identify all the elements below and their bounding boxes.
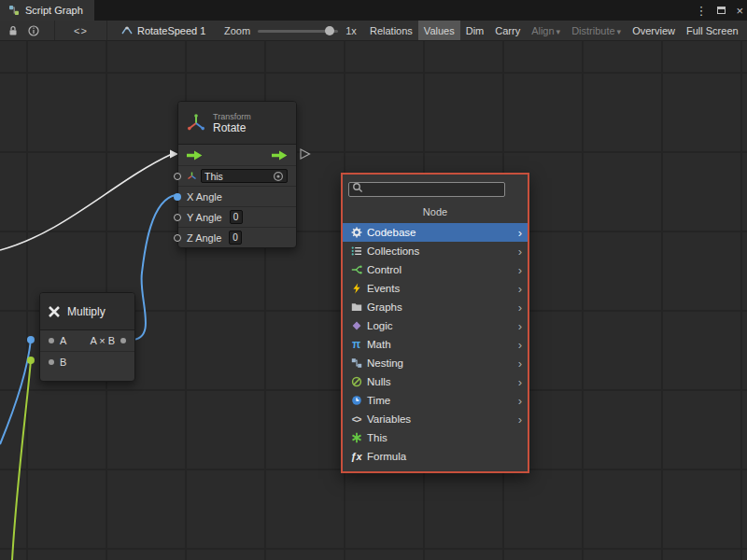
finder-item-codebase[interactable]: Codebase › bbox=[343, 223, 528, 242]
multiply-b-row: B bbox=[40, 351, 134, 371]
finder-item-this[interactable]: This bbox=[343, 428, 528, 447]
unity-visual-scripting-window: Script Graph ⋮ × <> RotateSpeed 1 bbox=[0, 0, 747, 560]
transform-rotate-node-header[interactable]: Transform Rotate bbox=[178, 102, 296, 145]
variables-icon: <> bbox=[350, 413, 362, 426]
a-input-port[interactable] bbox=[49, 338, 54, 343]
y-angle-input-port[interactable] bbox=[174, 214, 181, 221]
node-type-label: Transform bbox=[213, 112, 251, 122]
info-icon[interactable] bbox=[27, 24, 40, 37]
product-output-port[interactable] bbox=[120, 338, 126, 343]
chevron-right-icon: › bbox=[518, 339, 522, 351]
time-icon bbox=[350, 395, 362, 407]
multiply-to-xangle-wire[interactable] bbox=[131, 195, 176, 340]
finder-item-logic[interactable]: Logic › bbox=[343, 316, 528, 335]
graph-reference-label: RotateSpeed 1 bbox=[137, 25, 205, 36]
zoom-slider-knob[interactable] bbox=[325, 26, 334, 35]
graph-asset-icon bbox=[121, 25, 133, 36]
this-port-row: This bbox=[178, 165, 296, 186]
this-input-port[interactable] bbox=[174, 173, 181, 180]
close-icon[interactable]: × bbox=[736, 5, 743, 17]
search-input[interactable] bbox=[348, 182, 505, 197]
zoom-label: Zoom bbox=[224, 25, 250, 36]
this-object-field[interactable]: This bbox=[201, 169, 288, 183]
zoom-slider[interactable] bbox=[258, 30, 338, 33]
chevron-right-icon: › bbox=[518, 283, 522, 295]
logic-icon bbox=[350, 320, 362, 332]
distribute-dropdown[interactable]: Distribute▾ bbox=[566, 21, 627, 41]
chevron-right-icon: › bbox=[518, 413, 522, 426]
chevron-right-icon: › bbox=[518, 395, 522, 407]
codebase-icon bbox=[350, 227, 362, 239]
code-view-button[interactable]: <> bbox=[62, 25, 100, 36]
graphs-icon bbox=[350, 301, 362, 314]
finder-item-events[interactable]: Events › bbox=[343, 279, 528, 298]
finder-item-nulls[interactable]: Nulls › bbox=[343, 372, 528, 391]
script-graph-icon bbox=[7, 4, 21, 17]
transform-icon bbox=[186, 113, 206, 133]
y-angle-label: Y Angle bbox=[187, 212, 222, 223]
graph-breadcrumb[interactable]: RotateSpeed 1 bbox=[121, 21, 205, 41]
relations-button[interactable]: Relations bbox=[364, 21, 418, 41]
flow-indicator-triangle bbox=[301, 149, 310, 159]
z-angle-label: Z Angle bbox=[187, 232, 221, 244]
y-angle-value-field[interactable]: 0 bbox=[230, 210, 243, 224]
fullscreen-button[interactable]: Full Screen bbox=[681, 21, 744, 41]
carry-button[interactable]: Carry bbox=[489, 21, 526, 41]
finder-item-collections[interactable]: Collections › bbox=[343, 242, 528, 260]
control-output-arrow-icon[interactable] bbox=[272, 150, 288, 161]
input-b-port-dot[interactable] bbox=[27, 357, 35, 364]
finder-item-nesting[interactable]: Nesting › bbox=[343, 354, 528, 372]
toolbar-buttons: Relations Values Dim Carry Align▾ Distri… bbox=[364, 21, 744, 41]
window-controls: ⋮ × bbox=[695, 0, 743, 21]
transform-rotate-node[interactable]: Transform Rotate This bbox=[177, 101, 297, 248]
finder-item-formula[interactable]: ƒx Formula bbox=[343, 447, 528, 466]
z-angle-input-port[interactable] bbox=[174, 234, 181, 242]
dim-button[interactable]: Dim bbox=[460, 21, 490, 41]
b-input-port[interactable] bbox=[49, 359, 54, 365]
finder-search bbox=[348, 180, 505, 197]
control-wire[interactable] bbox=[0, 154, 172, 250]
graph-canvas[interactable]: Transform Rotate This bbox=[0, 41, 747, 560]
toolbar-left-group: <> bbox=[0, 21, 114, 41]
finder-item-control[interactable]: Control › bbox=[343, 260, 528, 279]
node-finder-popup: Node Codebase › Collections › bbox=[341, 173, 529, 473]
finder-item-math[interactable]: π Math › bbox=[343, 335, 528, 354]
finder-item-variables[interactable]: <> Variables › bbox=[343, 410, 528, 428]
values-button[interactable]: Values bbox=[418, 21, 460, 41]
multiply-node[interactable]: Multiply A A × B B bbox=[39, 292, 135, 382]
finder-item-time[interactable]: Time › bbox=[343, 391, 528, 410]
dock-window-icon[interactable] bbox=[717, 7, 726, 14]
toolbar-divider bbox=[106, 21, 107, 41]
output-label: A × B bbox=[90, 335, 115, 346]
input-a-port-dot[interactable] bbox=[27, 336, 35, 343]
control-port-row bbox=[178, 145, 296, 165]
kebab-menu-icon[interactable]: ⋮ bbox=[695, 5, 707, 17]
input-a-wire[interactable] bbox=[0, 340, 31, 444]
search-icon bbox=[352, 182, 363, 193]
transform-mini-icon bbox=[187, 171, 197, 181]
zoom-control: Zoom 1x bbox=[224, 21, 357, 41]
nulls-icon bbox=[350, 376, 362, 388]
multiply-node-header[interactable]: Multiply bbox=[40, 293, 134, 330]
chevron-right-icon: › bbox=[518, 357, 522, 370]
overview-button[interactable]: Overview bbox=[627, 21, 681, 41]
z-angle-value-field[interactable]: 0 bbox=[229, 231, 242, 245]
object-picker-icon[interactable] bbox=[273, 171, 284, 182]
finder-item-graphs[interactable]: Graphs › bbox=[343, 298, 528, 316]
this-icon bbox=[350, 432, 362, 444]
y-angle-port-row: Y Angle 0 bbox=[178, 206, 296, 227]
multiply-a-row: A A × B bbox=[40, 330, 134, 351]
input-b-wire[interactable] bbox=[12, 360, 31, 560]
x-angle-port-row: X Angle bbox=[178, 186, 296, 206]
tab-script-graph[interactable]: Script Graph bbox=[0, 0, 94, 21]
lock-icon[interactable] bbox=[7, 24, 20, 37]
multiply-icon bbox=[48, 305, 61, 318]
control-input-arrow-icon[interactable] bbox=[187, 150, 203, 161]
x-angle-input-port[interactable] bbox=[174, 193, 181, 201]
a-input-label: A bbox=[60, 335, 66, 346]
chevron-right-icon: › bbox=[518, 301, 522, 314]
chevron-right-icon: › bbox=[518, 376, 522, 388]
zoom-value: 1x bbox=[345, 25, 357, 36]
chevron-right-icon: › bbox=[518, 245, 522, 258]
align-dropdown[interactable]: Align▾ bbox=[526, 21, 566, 41]
